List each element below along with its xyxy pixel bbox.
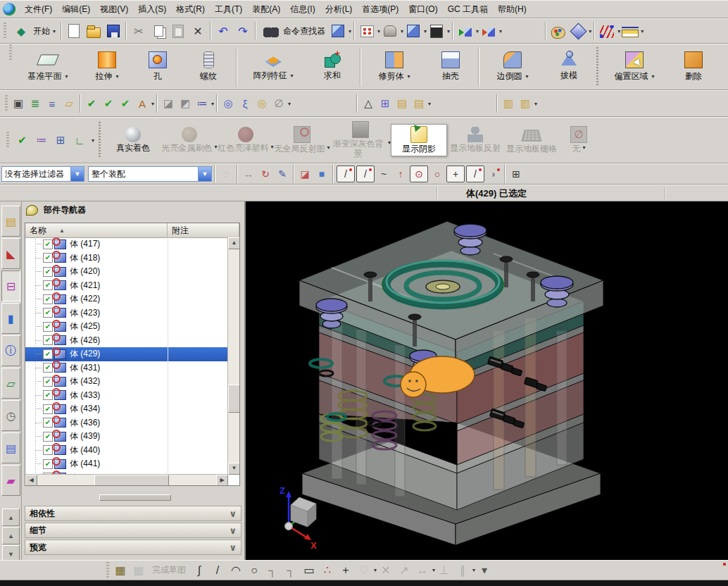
quick-extend-button[interactable]: ↗	[395, 562, 413, 579]
scrollbar-thumb[interactable]	[94, 475, 169, 486]
folder-points-icon[interactable]: ▤	[394, 95, 410, 112]
eraser-icon[interactable]: ◪	[296, 166, 313, 182]
save-button[interactable]	[103, 21, 123, 41]
vertical-scrollbar[interactable]: ▲ ▼	[227, 237, 239, 475]
dropdown-arrow-icon[interactable]: ▾	[582, 144, 585, 151]
feature-shell-button[interactable]: 抽壳	[425, 44, 476, 89]
navigator-row[interactable]: ✔体 (417)	[25, 237, 228, 251]
feature-datum-plane-button[interactable]: 基准平面▾	[14, 44, 82, 89]
render-sphere-metal-button[interactable]: 光亮金属刷色▾	[161, 125, 218, 155]
constraint-navigator-icon[interactable]: ◣	[1, 238, 20, 269]
navigator-row[interactable]: ✔体 (425)	[25, 320, 228, 334]
column-header-name[interactable]: 名称 ▲	[25, 223, 168, 237]
visibility-checkbox[interactable]: ✔	[43, 418, 53, 428]
feature-edge-blend-button[interactable]: 边倒圆▾	[482, 44, 544, 89]
feature-unite-button[interactable]: 求和	[307, 44, 358, 89]
menu-item[interactable]: 帮助(H)	[493, 2, 532, 17]
dropdown-arrow-icon[interactable]: ▾	[407, 73, 410, 80]
polygon-button[interactable]: ∴	[318, 562, 337, 579]
csys-icon[interactable]: ∟	[72, 132, 88, 149]
dropdown-arrow-icon[interactable]: ▾	[65, 73, 68, 80]
dropdown-arrow-icon[interactable]: ▾	[290, 73, 293, 79]
rapid-dimension-button[interactable]: ↔	[413, 562, 432, 579]
feature-pattern-button[interactable]: 阵列特征▾	[239, 44, 307, 89]
navigator-row[interactable]: ✔体 (440)	[25, 444, 228, 458]
snap-pole-toggle[interactable]: ↑	[392, 166, 409, 182]
lock-assembly-icon[interactable]: ▥	[500, 95, 517, 112]
visibility-checkbox[interactable]: ✔	[43, 322, 53, 332]
panel-splitter-handle[interactable]	[99, 494, 171, 501]
snap-midpoint-toggle[interactable]: /	[356, 166, 375, 182]
suppress-spring-icon[interactable]: ∅	[270, 95, 287, 112]
web-browser-icon[interactable]: ⓘ	[1, 335, 20, 366]
snap-curve-toggle[interactable]: ~	[375, 166, 392, 182]
assembly-navigator-icon[interactable]: ▤	[1, 206, 20, 237]
more-button[interactable]: ▾	[475, 562, 494, 579]
lock-assemblies-icon[interactable]: ▥	[517, 95, 534, 112]
dropdown-arrow-icon[interactable]: ▾	[327, 144, 330, 151]
part-list-icon[interactable]: ≔	[33, 132, 49, 149]
scroll-right-icon[interactable]: ▶	[216, 475, 228, 486]
paste-button[interactable]	[168, 21, 188, 41]
menu-item[interactable]: 窗口(O)	[403, 2, 442, 17]
dropdown-arrow-icon[interactable]: ▾	[151, 101, 154, 107]
scroll-up-button[interactable]: ▲	[2, 527, 20, 544]
menu-item[interactable]: 工具(T)	[210, 2, 247, 17]
spring-icon[interactable]: ξ	[237, 95, 253, 112]
visibility-checkbox[interactable]: ✔	[43, 377, 53, 387]
snap-face-toggle[interactable]: ◗	[485, 166, 502, 182]
dropdown-arrow-icon[interactable]: ▾	[115, 73, 118, 80]
measure-button[interactable]	[620, 21, 640, 41]
navigator-row[interactable]: ✔体 (421)	[25, 279, 228, 293]
snap-grid-icon[interactable]: ⊞	[508, 166, 525, 182]
html-report-icon[interactable]: ▱	[1, 368, 20, 399]
start-button[interactable]: ◆开始▾	[8, 20, 58, 42]
menu-item[interactable]: 首选项(P)	[357, 2, 403, 17]
render-floor-grid-button[interactable]: 显示地板栅格	[503, 125, 560, 156]
scroll-left-icon[interactable]: ◀	[25, 475, 37, 486]
feature-hole-button[interactable]: 孔	[132, 44, 183, 89]
true-shading-setup-button[interactable]	[380, 21, 400, 41]
point-rotate-icon[interactable]: ↻	[257, 166, 274, 182]
undo-button[interactable]: ↶	[213, 21, 233, 41]
dropdown-arrow-icon[interactable]: ▾	[92, 137, 94, 144]
hand-pick-icon[interactable]: ✎	[274, 166, 291, 182]
render-sphere-shiny-button[interactable]: 真实着色	[105, 125, 161, 155]
dropdown-arrow-icon[interactable]: ▾	[651, 73, 654, 80]
visibility-checkbox[interactable]: ✔	[43, 280, 53, 290]
render-style-button[interactable]	[568, 21, 588, 41]
select-boundary-icon[interactable]: ▣	[10, 95, 27, 112]
fillet-button[interactable]: ┐	[263, 562, 282, 579]
geometric-constraints-button[interactable]: ⊥	[435, 562, 453, 579]
find-component-icon[interactable]: ◌	[218, 166, 234, 182]
menu-item[interactable]: 装配(A)	[247, 2, 285, 17]
section-details[interactable]: 细节∨	[25, 523, 241, 538]
rectangle-button[interactable]: ▭	[300, 562, 318, 579]
visibility-checkbox[interactable]: ✔	[43, 363, 53, 373]
scroll-top-button[interactable]: ▲	[2, 509, 20, 526]
cut-button[interactable]: ✂	[129, 21, 149, 41]
verify-icon[interactable]: ✔	[14, 132, 30, 149]
dropdown-arrow-icon[interactable]: ▾	[447, 28, 450, 35]
bounding-box-icon[interactable]: ■	[313, 166, 330, 182]
menu-item[interactable]: 格式(R)	[171, 2, 210, 17]
combo-arrow-icon[interactable]: ▼	[70, 167, 84, 181]
face-analysis-icon[interactable]: ◪	[160, 95, 177, 112]
command-finder-button-icon[interactable]	[261, 21, 281, 41]
dropdown-arrow-icon[interactable]: ▾	[211, 101, 214, 107]
face-analysis-2-icon[interactable]: ◩	[177, 95, 194, 112]
line-button[interactable]: /	[208, 562, 227, 579]
visibility-checkbox[interactable]: ✔	[43, 239, 53, 249]
display-mode-button[interactable]	[403, 21, 423, 41]
visibility-checkbox[interactable]: ✔	[43, 335, 53, 345]
system-materials-icon[interactable]: ▤	[1, 432, 20, 463]
dropdown-arrow-icon[interactable]: ▾	[499, 28, 502, 35]
studio-spline-button[interactable]: ♡	[355, 562, 373, 579]
visibility-checkbox[interactable]: ✔	[43, 404, 53, 414]
dropdown-arrow-icon[interactable]: ▾	[288, 101, 291, 107]
check-body-icon[interactable]: ✔	[117, 95, 134, 112]
visibility-checkbox[interactable]: ✔	[43, 445, 53, 455]
visibility-checkbox[interactable]: ✔	[43, 459, 53, 469]
dropdown-arrow-icon[interactable]: ▾	[270, 144, 273, 150]
combo-arrow-icon[interactable]: ▼	[198, 167, 211, 181]
